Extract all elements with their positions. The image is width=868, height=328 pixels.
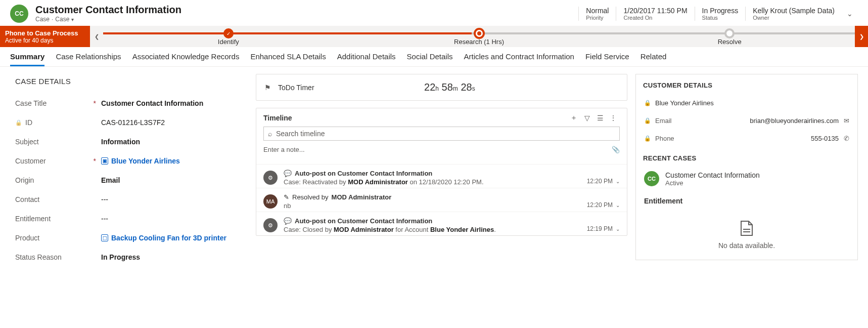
row-case-title[interactable]: Case Title* Customer Contact Information bbox=[10, 94, 248, 113]
chevron-down-icon[interactable]: ⌄ bbox=[616, 202, 620, 208]
page-title: Customer Contact Information bbox=[35, 4, 181, 16]
title-block: Customer Contact Information Case · Case… bbox=[35, 4, 181, 23]
record-avatar: CC bbox=[10, 5, 28, 23]
tab-field-service[interactable]: Field Service bbox=[585, 52, 629, 66]
lock-icon: 🔒 bbox=[644, 135, 651, 142]
customer-name-row[interactable]: 🔒 Blue Yonder Airlines bbox=[636, 94, 857, 112]
stage-resolve[interactable]: Resolve bbox=[604, 26, 855, 47]
breadcrumb-b: Case bbox=[55, 16, 69, 23]
customer-details-section: CUSTOMER DETAILS 🔒 Blue Yonder Airlines … bbox=[635, 74, 858, 260]
timeline-item[interactable]: ⚙ 💬Auto-post on Customer Contact Informa… bbox=[256, 212, 627, 235]
row-origin[interactable]: Origin Email bbox=[10, 171, 248, 190]
row-contact[interactable]: Contact --- bbox=[10, 190, 248, 209]
recent-case-item[interactable]: CC Customer Contact Information Active bbox=[636, 167, 857, 195]
case-details-section: CASE DETAILS Case Title* Customer Contac… bbox=[10, 74, 248, 267]
row-customer[interactable]: Customer* ▣Blue Yonder Airlines bbox=[10, 151, 248, 171]
breadcrumb-a: Case bbox=[35, 16, 50, 23]
header-expand-chevron[interactable]: ⌄ bbox=[842, 10, 858, 18]
post-icon: 💬 bbox=[284, 170, 292, 177]
tab-summary[interactable]: Summary bbox=[10, 52, 44, 66]
recent-cases-heading: RECENT CASES bbox=[636, 147, 857, 167]
system-avatar-icon: ⚙ bbox=[263, 218, 278, 232]
tab-additional[interactable]: Additional Details bbox=[337, 52, 396, 66]
check-icon: ✓ bbox=[223, 28, 234, 38]
entitlement-empty: No data available. bbox=[636, 205, 857, 260]
chevron-down-icon[interactable]: ⌄ bbox=[616, 179, 620, 184]
document-icon bbox=[740, 220, 753, 236]
timeline-note-input[interactable]: Enter a note... 📎 bbox=[263, 144, 620, 159]
owner-link[interactable]: Kelly Krout (Sample Data) bbox=[753, 7, 835, 15]
field-created-on: 1/20/2017 11:50 PM Created On bbox=[616, 7, 694, 21]
timeline-more-button[interactable]: ⋮ bbox=[607, 114, 620, 122]
stage-research[interactable]: Research (1 Hrs) bbox=[354, 26, 605, 47]
tab-related[interactable]: Related bbox=[641, 52, 667, 66]
building-icon: ▣ bbox=[101, 157, 108, 165]
stage-identify[interactable]: ✓ Identify bbox=[103, 26, 354, 47]
field-status: In Progress Status bbox=[695, 7, 746, 21]
case-avatar: CC bbox=[644, 171, 659, 186]
chevron-down-icon[interactable]: ⌄ bbox=[616, 226, 620, 232]
middle-column: ⚑ ToDo Timer 22h 58m 28s Timeline ＋ ▽ ☰ … bbox=[256, 74, 627, 243]
process-bar: Phone to Case Process Active for 40 days… bbox=[0, 26, 868, 47]
customer-phone-row[interactable]: 🔒 Phone 555-0135 ✆ bbox=[636, 130, 857, 147]
timer-value: 22h 58m 28s bbox=[424, 81, 475, 93]
system-avatar-icon: ⚙ bbox=[263, 171, 278, 185]
timeline-card: Timeline ＋ ▽ ☰ ⋮ ⌕ Search timeline Enter… bbox=[256, 108, 627, 236]
timeline-item[interactable]: MA ✎Resolved by MOD Administrator nb 12:… bbox=[256, 188, 627, 212]
timeline-item[interactable]: ⚙ 💬Auto-post on Customer Contact Informa… bbox=[256, 164, 627, 188]
row-status-reason[interactable]: Status Reason In Progress bbox=[10, 248, 248, 267]
timer-label: ToDo Timer bbox=[278, 84, 314, 92]
process-stages: ✓ Identify Research (1 Hrs) Resolve bbox=[103, 26, 855, 47]
customer-details-heading: CUSTOMER DETAILS bbox=[636, 74, 857, 94]
timeline-search[interactable]: ⌕ Search timeline bbox=[263, 127, 620, 141]
chevron-down-icon[interactable]: ▾ bbox=[71, 17, 74, 22]
row-id[interactable]: ID CAS-01216-L3S7F2 bbox=[10, 113, 248, 132]
case-details-heading: CASE DETAILS bbox=[10, 74, 248, 94]
tab-articles[interactable]: Articles and Contract Information bbox=[464, 52, 574, 66]
timeline-add-button[interactable]: ＋ bbox=[567, 113, 580, 122]
phone-action-icon[interactable]: ✆ bbox=[844, 135, 849, 142]
timeline-sort-button[interactable]: ☰ bbox=[593, 114, 607, 122]
flag-icon: ⚑ bbox=[264, 84, 271, 92]
timeline-filter-button[interactable]: ▽ bbox=[580, 114, 593, 122]
attachment-icon[interactable]: 📎 bbox=[612, 146, 620, 153]
lock-icon: 🔒 bbox=[644, 117, 651, 124]
lock-icon: 🔒 bbox=[644, 100, 651, 106]
current-stage-icon bbox=[474, 28, 485, 39]
breadcrumb[interactable]: Case · Case ▾ bbox=[35, 16, 181, 23]
process-next-button[interactable]: ❯ bbox=[855, 26, 868, 47]
post-icon: 💬 bbox=[284, 217, 292, 225]
customer-email-row[interactable]: 🔒 Email brian@blueyonderairlines.com ✉ bbox=[636, 112, 857, 130]
form-tabs: Summary Case Relationships Associated Kn… bbox=[0, 47, 868, 67]
field-priority: Normal Priority bbox=[578, 7, 616, 21]
row-product[interactable]: Product ⬚Backup Cooling Fan for 3D print… bbox=[10, 228, 248, 248]
tab-sla[interactable]: Enhanced SLA Details bbox=[250, 52, 326, 66]
process-prev-button[interactable]: ❮ bbox=[90, 26, 103, 47]
row-subject[interactable]: Subject Information bbox=[10, 132, 248, 151]
tab-case-relationships[interactable]: Case Relationships bbox=[56, 52, 121, 66]
package-icon: ⬚ bbox=[101, 234, 108, 241]
resolve-icon: ✎ bbox=[284, 193, 289, 201]
field-owner: Kelly Krout (Sample Data) Owner bbox=[745, 7, 842, 21]
process-header[interactable]: Phone to Case Process Active for 40 days bbox=[0, 26, 90, 47]
entitlement-heading: Entitlement bbox=[636, 195, 857, 205]
row-entitlement[interactable]: Entitlement --- bbox=[10, 209, 248, 228]
tab-knowledge[interactable]: Associated Knowledge Records bbox=[132, 52, 240, 66]
timeline-heading: Timeline bbox=[263, 114, 292, 122]
user-avatar: MA bbox=[263, 194, 278, 209]
email-action-icon[interactable]: ✉ bbox=[844, 117, 849, 125]
timer-card: ⚑ ToDo Timer 22h 58m 28s bbox=[256, 74, 627, 101]
tab-social[interactable]: Social Details bbox=[407, 52, 453, 66]
main-content: CASE DETAILS Case Title* Customer Contac… bbox=[0, 67, 868, 274]
search-icon: ⌕ bbox=[268, 130, 272, 138]
record-header: CC Customer Contact Information Case · C… bbox=[0, 0, 868, 26]
